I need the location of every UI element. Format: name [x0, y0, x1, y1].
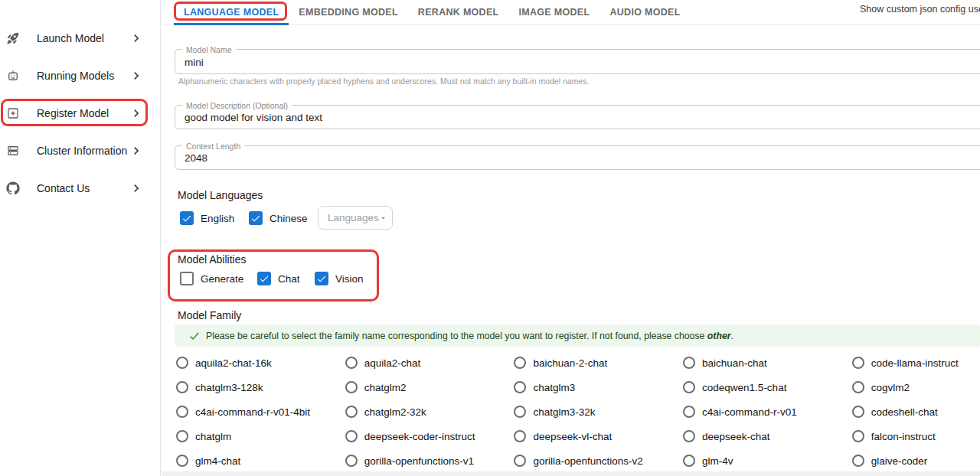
tab-image-model[interactable]: IMAGE MODEL — [509, 0, 600, 24]
radio-chatglm[interactable]: chatglm — [176, 430, 345, 442]
radio-glaive-coder[interactable]: glaive-coder — [852, 455, 980, 467]
github-icon — [6, 181, 20, 195]
model-description-field[interactable]: Model Description (Optional) good model … — [175, 105, 980, 129]
radio-glm4-chat[interactable]: glm4-chat — [176, 455, 345, 467]
radio-icon — [345, 406, 358, 418]
alert-text: Please be careful to select the family n… — [206, 331, 733, 341]
checkbox-chinese[interactable]: Chinese — [249, 210, 308, 226]
radio-label: chatglm2 — [364, 382, 407, 393]
radio-falcon-instruct[interactable]: falcon-instruct — [852, 430, 980, 442]
checked-checkbox-icon — [249, 211, 263, 225]
radio-deepseek-vl-chat[interactable]: deepseek-vl-chat — [514, 430, 683, 442]
sidebar-item-launch-model[interactable]: Launch Model — [0, 25, 161, 51]
model-description-label: Model Description (Optional) — [182, 101, 292, 110]
model-name-input[interactable]: mini — [185, 56, 204, 67]
sidebar-item-register-model[interactable]: Register Model — [0, 100, 161, 126]
tab-language-model[interactable]: LANGUAGE MODEL — [174, 0, 289, 24]
tab-rerank-model[interactable]: RERANK MODEL — [408, 0, 509, 24]
radio-baichuan-chat[interactable]: baichuan-chat — [683, 357, 852, 369]
radio-icon — [345, 381, 358, 393]
sidebar-item-label: Contact Us — [37, 182, 90, 194]
radio-icon — [514, 357, 526, 369]
checkbox-vision[interactable]: Vision — [315, 271, 364, 286]
radio-chatglm2[interactable]: chatglm2 — [345, 381, 514, 393]
model-description-input[interactable]: good model for vision and text — [185, 112, 322, 123]
model-languages-heading: Model Languages — [178, 189, 263, 201]
radio-gorilla-openfunctions-v1[interactable]: gorilla-openfunctions-v1 — [345, 455, 514, 467]
radio-code-llama-instruct[interactable]: code-llama-instruct — [852, 357, 980, 369]
model-name-label: Model Name — [182, 45, 236, 54]
radio-label: chatglm3 — [533, 382, 575, 393]
radio-aquila2-chat-16k[interactable]: aquila2-chat-16k — [176, 357, 345, 369]
languages-select-value: Languages — [328, 212, 379, 223]
radio-label: baichuan-2-chat — [533, 357, 607, 369]
radio-codeqwen1.5-chat[interactable]: codeqwen1.5-chat — [683, 381, 852, 393]
checkbox-chat[interactable]: Chat — [257, 271, 300, 286]
radio-label: code-llama-instruct — [871, 357, 959, 369]
checkbox-label: Generate — [201, 273, 243, 285]
checked-checkbox-icon — [315, 272, 328, 285]
radio-icon — [683, 381, 695, 393]
context-length-label: Context Length — [182, 142, 244, 151]
tab-label: IMAGE MODEL — [519, 7, 590, 18]
radio-label: aquila2-chat — [364, 357, 421, 369]
model-family-heading: Model Family — [178, 309, 241, 321]
radio-icon — [852, 455, 864, 467]
radio-icon — [345, 455, 358, 467]
languages-select[interactable]: Languages — [318, 206, 393, 230]
radio-chatglm3-32k[interactable]: chatglm3-32k — [514, 406, 683, 418]
tab-embedding-model[interactable]: EMBEDDING MODEL — [289, 0, 408, 24]
radio-c4ai-command-r-v01-4bit[interactable]: c4ai-command-r-v01-4bit — [176, 406, 345, 418]
sidebar-item-label: Running Models — [37, 70, 114, 82]
radio-label: deepseek-vl-chat — [533, 431, 612, 442]
tab-label: AUDIO MODEL — [609, 7, 680, 18]
sidebar-item-running-models[interactable]: Running Models — [0, 63, 161, 88]
radio-deepseek-coder-instruct[interactable]: deepseek-coder-instruct — [345, 430, 514, 442]
radio-icon — [852, 357, 864, 369]
model-name-helper-text: Alphanumeric characters with properly pl… — [178, 77, 589, 86]
radio-cogvlm2[interactable]: cogvlm2 — [852, 381, 980, 393]
tab-label: EMBEDDING MODEL — [299, 7, 398, 18]
radio-label: codeqwen1.5-chat — [702, 382, 786, 393]
radio-icon — [176, 455, 188, 467]
radio-label: codeshell-chat — [871, 406, 938, 418]
checkbox-generate[interactable]: Generate — [180, 271, 243, 286]
add-box-icon — [6, 106, 20, 120]
radio-icon — [514, 381, 526, 393]
radio-label: glm4-chat — [195, 455, 240, 467]
radio-glm-4v[interactable]: glm-4v — [683, 455, 852, 467]
checkbox-label: Vision — [335, 273, 364, 285]
radio-chatglm3-128k[interactable]: chatglm3-128k — [176, 381, 345, 393]
sidebar-item-cluster-information[interactable]: Cluster Information — [0, 138, 161, 163]
radio-c4ai-command-r-v01[interactable]: c4ai-command-r-v01 — [683, 406, 852, 418]
sidebar-item-label: Cluster Information — [37, 145, 127, 157]
radio-icon — [683, 406, 695, 418]
model-name-field[interactable]: Model Name mini — [175, 49, 980, 74]
radio-label: baichuan-chat — [702, 357, 767, 369]
radio-baichuan-2-chat[interactable]: baichuan-2-chat — [514, 357, 683, 369]
radio-label: cogvlm2 — [871, 382, 910, 393]
checkbox-english[interactable]: English — [180, 210, 234, 226]
radio-icon — [345, 357, 358, 369]
radio-codeshell-chat[interactable]: codeshell-chat — [852, 406, 980, 418]
radio-icon — [514, 406, 526, 418]
radio-icon — [514, 455, 526, 467]
radio-chatglm3[interactable]: chatglm3 — [514, 381, 683, 393]
model-family-radio-group: aquila2-chat-16kaquila2-chatbaichuan-2-c… — [176, 350, 980, 473]
show-custom-json-config-toggle[interactable]: Show custom json config used b — [860, 4, 980, 15]
robot-icon — [6, 69, 20, 83]
radio-chatglm2-32k[interactable]: chatglm2-32k — [345, 406, 514, 418]
context-length-input[interactable]: 2048 — [185, 152, 207, 164]
radio-deepseek-chat[interactable]: deepseek-chat — [683, 430, 852, 442]
radio-icon — [176, 406, 188, 418]
model-family-success-alert: Please be careful to select the family n… — [175, 324, 980, 347]
dropdown-arrow-icon — [379, 211, 387, 225]
radio-label: gorilla-openfunctions-v2 — [533, 455, 642, 467]
radio-aquila2-chat[interactable]: aquila2-chat — [345, 357, 514, 369]
sidebar-item-contact-us[interactable]: Contact Us — [0, 175, 161, 201]
check-icon — [188, 330, 201, 342]
context-length-field[interactable]: Context Length 2048 — [175, 145, 980, 170]
radio-gorilla-openfunctions-v2[interactable]: gorilla-openfunctions-v2 — [514, 455, 683, 467]
tab-audio-model[interactable]: AUDIO MODEL — [599, 0, 690, 24]
register-model-page: Launch Model Running Models — [0, 0, 980, 476]
